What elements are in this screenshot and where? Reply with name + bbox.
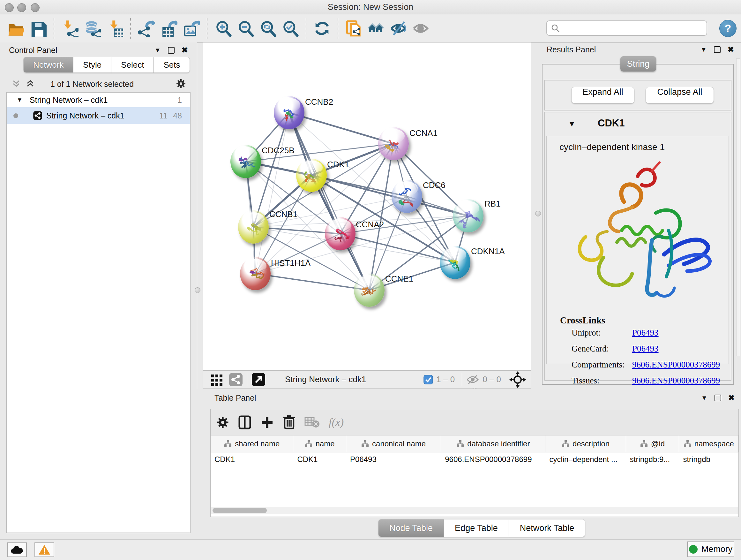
tab-style[interactable]: Style xyxy=(73,57,111,73)
network-node-cdc6[interactable] xyxy=(392,180,422,213)
selected-checkbox[interactable] xyxy=(423,375,433,384)
tree-expander-icon[interactable]: ▼ xyxy=(17,97,23,104)
network-options-gear-icon[interactable] xyxy=(176,78,186,89)
crosslink-link[interactable]: 9606.ENSP00000378699 xyxy=(632,376,720,386)
zoom-in-button[interactable] xyxy=(212,18,234,39)
cloud-button[interactable] xyxy=(7,543,27,557)
function-builder-icon[interactable]: f(x) xyxy=(329,416,344,428)
crosslink-link[interactable]: P06493 xyxy=(632,344,659,354)
import-network-database-button[interactable] xyxy=(81,18,104,39)
houses-button[interactable] xyxy=(365,18,387,39)
float-panel-icon[interactable]: ▼ xyxy=(701,394,708,401)
settings-gear-icon[interactable] xyxy=(216,416,229,429)
warnings-button[interactable] xyxy=(35,543,54,557)
table-horizontal-scrollbar[interactable] xyxy=(211,507,738,514)
split-columns-icon[interactable] xyxy=(238,415,252,430)
maximize-panel-icon[interactable] xyxy=(715,395,721,401)
table-cell[interactable]: stringdb xyxy=(679,452,738,466)
grid-view-icon[interactable] xyxy=(210,373,224,387)
node-label-cdc25b: CDC25B xyxy=(262,145,294,155)
help-button[interactable]: ? xyxy=(719,20,737,37)
search-input[interactable] xyxy=(546,20,707,36)
left-splitter-handle[interactable] xyxy=(195,287,200,293)
maximize-panel-icon[interactable] xyxy=(714,46,721,53)
add-column-icon[interactable] xyxy=(260,416,274,429)
tab-string[interactable]: String xyxy=(620,56,656,71)
column-header--id[interactable]: @id xyxy=(626,435,679,452)
table-cell[interactable]: cyclin–dependent ... xyxy=(545,452,626,466)
export-image-button[interactable] xyxy=(180,18,202,39)
import-table-button[interactable] xyxy=(104,18,126,39)
table-cell[interactable]: CDK1 xyxy=(211,452,293,466)
network-node-ccnb2[interactable] xyxy=(274,96,305,129)
duplicate-network-button[interactable] xyxy=(343,18,365,39)
float-panel-icon[interactable]: ▼ xyxy=(700,46,707,53)
column-header-canonical-name[interactable]: canonical name xyxy=(346,435,441,452)
crosslink-link[interactable]: P06493 xyxy=(632,328,659,338)
refresh-button[interactable] xyxy=(311,18,333,39)
network-tree-item[interactable]: String Network – cdk11148 xyxy=(7,107,190,124)
node-details-header[interactable]: ▼ CDK1 xyxy=(545,112,731,136)
network-node-hist1h1a[interactable] xyxy=(240,257,271,290)
column-header-database-identifier[interactable]: database identifier xyxy=(441,435,545,452)
hidden-eye-icon[interactable] xyxy=(466,374,479,385)
close-panel-icon[interactable]: ✖ xyxy=(182,46,188,55)
memory-status-dot xyxy=(689,545,697,554)
export-network-button[interactable] xyxy=(135,18,158,39)
memory-button[interactable]: Memory xyxy=(687,542,734,557)
open-session-button[interactable] xyxy=(4,18,27,39)
network-tree-item[interactable]: ▼ String Network – cdk11 xyxy=(7,92,190,107)
float-panel-icon[interactable]: ▼ xyxy=(154,47,161,54)
export-table-button[interactable] xyxy=(158,18,180,39)
tab-network[interactable]: Network xyxy=(23,57,73,73)
share-network-icon[interactable] xyxy=(228,372,243,387)
table-panel-title: Table Panel xyxy=(214,393,256,402)
node-structure-thumbnail xyxy=(300,166,323,188)
table-cell[interactable]: P06493 xyxy=(346,452,441,466)
status-bar: Memory xyxy=(0,539,741,560)
network-node-ccna1[interactable] xyxy=(378,127,409,160)
clear-table-icon[interactable] xyxy=(305,416,320,428)
zoom-selected-button[interactable] xyxy=(279,18,301,39)
import-network-file-button[interactable] xyxy=(59,18,81,39)
maximize-panel-icon[interactable] xyxy=(168,47,175,54)
network-node-cdc25b[interactable] xyxy=(230,145,261,178)
network-node-rb1[interactable] xyxy=(453,199,483,233)
collapse-caret-icon[interactable]: ▼ xyxy=(568,119,576,128)
hide-selected-eye-button[interactable] xyxy=(387,18,410,39)
network-node-ccna2[interactable] xyxy=(325,217,355,250)
tab-edge-table[interactable]: Edge Table xyxy=(444,519,509,537)
table-cell[interactable]: CDK1 xyxy=(293,452,346,466)
network-node-cdk1[interactable] xyxy=(296,159,327,192)
network-node-cdkn1a[interactable] xyxy=(440,246,470,279)
tab-sets[interactable]: Sets xyxy=(154,57,190,73)
table-row[interactable]: CDK1CDK1P064939606.ENSP00000378699cyclin… xyxy=(211,452,738,466)
expand-all-button[interactable]: Expand All xyxy=(571,87,634,104)
column-header-name[interactable]: name xyxy=(293,435,346,452)
external-view-icon[interactable] xyxy=(251,372,266,387)
network-node-ccne1[interactable] xyxy=(354,273,385,307)
crosslink-link[interactable]: 9606.ENSP00000378699 xyxy=(632,360,720,370)
show-all-eye-button[interactable] xyxy=(410,18,432,39)
network-canvas[interactable]: CCNB2 CCNA1 CDC25B CDK1 CDC6 RB1 CCNB1 C… xyxy=(203,43,531,370)
column-header-namespace[interactable]: namespace xyxy=(679,435,738,452)
collapse-all-button[interactable]: Collapse All xyxy=(646,87,714,104)
zoom-fit-button[interactable] xyxy=(257,18,279,39)
close-panel-icon[interactable]: ✖ xyxy=(728,393,735,402)
network-node-ccnb1[interactable] xyxy=(238,210,269,244)
tab-select[interactable]: Select xyxy=(111,57,154,73)
crosshair-icon[interactable] xyxy=(509,371,526,388)
delete-column-icon[interactable] xyxy=(283,415,295,430)
tab-node-table[interactable]: Node Table xyxy=(378,519,444,537)
table-cell[interactable]: stringdb:9... xyxy=(626,452,679,466)
column-header-description[interactable]: description xyxy=(545,435,626,452)
results-scrollbar[interactable] xyxy=(736,58,740,356)
close-panel-icon[interactable]: ✖ xyxy=(728,45,734,54)
column-header-shared-name[interactable]: shared name xyxy=(211,435,293,452)
tab-network-table[interactable]: Network Table xyxy=(509,519,586,537)
save-session-button[interactable] xyxy=(27,18,49,39)
crosslink-label: Tissues: xyxy=(571,376,600,385)
scrollbar-thumb[interactable] xyxy=(212,508,267,513)
table-cell[interactable]: 9606.ENSP00000378699 xyxy=(441,452,545,466)
zoom-out-button[interactable] xyxy=(234,18,257,39)
